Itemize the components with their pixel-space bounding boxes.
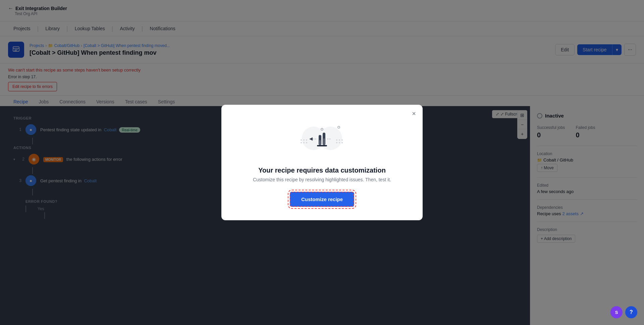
svg-rect-22 — [319, 140, 321, 145]
svg-point-7 — [303, 139, 305, 141]
svg-point-15 — [336, 142, 337, 143]
customize-recipe-button[interactable]: Customize recipe — [290, 192, 354, 207]
modal: × — [221, 105, 423, 220]
svg-point-9 — [301, 142, 302, 143]
svg-point-6 — [301, 139, 302, 141]
modal-overlay[interactable]: × — [0, 0, 644, 325]
svg-rect-24 — [323, 138, 325, 145]
svg-point-14 — [341, 139, 343, 141]
svg-point-11 — [306, 142, 307, 143]
svg-point-8 — [306, 139, 307, 141]
svg-rect-20 — [317, 145, 327, 146]
modal-subtitle: Customize this recipe by resolving highl… — [253, 177, 391, 182]
svg-point-16 — [339, 142, 340, 143]
svg-point-17 — [341, 142, 343, 143]
help-button[interactable]: ? — [625, 306, 637, 318]
svg-point-12 — [336, 139, 337, 141]
avatar: S — [610, 306, 623, 318]
svg-point-25 — [321, 128, 323, 130]
modal-close-button[interactable]: × — [412, 110, 416, 117]
svg-point-26 — [338, 126, 340, 128]
modal-title: Your recipe requires data customization — [258, 167, 386, 174]
modal-illustration — [295, 118, 349, 158]
svg-point-13 — [339, 139, 340, 141]
svg-point-10 — [303, 142, 305, 143]
avatar-help-group: S ? — [610, 306, 637, 318]
